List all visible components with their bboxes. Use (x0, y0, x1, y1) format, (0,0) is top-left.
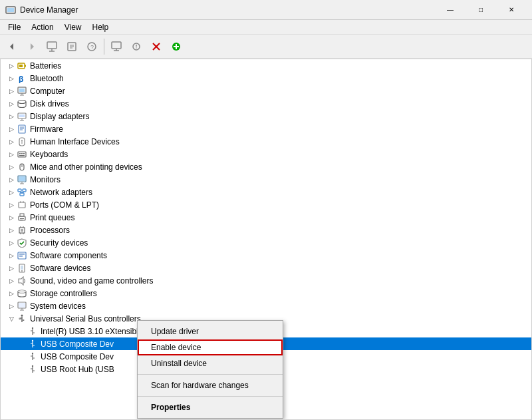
label-keyboards: Keyboards (30, 150, 68, 159)
titlebar: Device Manager — □ ✕ (0, 0, 532, 20)
label-network: Network adapters (30, 188, 92, 197)
svg-point-19 (136, 47, 137, 49)
svg-text:β: β (19, 75, 23, 83)
expand-computer[interactable]: ▷ (6, 86, 17, 97)
close-button[interactable]: ✕ (496, 0, 527, 20)
back-button[interactable] (3, 37, 21, 56)
device-tree[interactable]: ▷ Batteries ▷ β Bluetooth ▷ Computer ▷ (0, 59, 532, 420)
forward-button[interactable] (23, 37, 41, 56)
expand-batteries[interactable]: ▷ (6, 61, 17, 71)
tree-item-firmware[interactable]: ▷ Firmware (1, 122, 531, 135)
svg-marker-3 (10, 43, 13, 50)
menu-file[interactable]: File (3, 21, 26, 33)
svg-point-79 (21, 270, 23, 272)
expand-print-queues[interactable]: ▷ (6, 212, 17, 223)
up-button[interactable] (43, 37, 61, 56)
expand-keyboards[interactable]: ▷ (6, 149, 17, 160)
svg-point-93 (32, 327, 33, 328)
add-button[interactable] (167, 37, 186, 56)
menu-action[interactable]: Action (26, 21, 59, 33)
tree-item-display-adapters[interactable]: ▷ Display adapters (1, 110, 531, 122)
tree-item-ports[interactable]: ▷ Ports (COM & LPT) (1, 198, 531, 211)
tree-item-security[interactable]: ▷ Security devices (1, 236, 531, 249)
expand-processors[interactable]: ▷ (6, 225, 17, 236)
expand-monitors[interactable]: ▷ (6, 174, 17, 185)
tree-item-monitors[interactable]: ▷ Monitors (1, 173, 531, 186)
label-batteries: Batteries (30, 61, 61, 71)
context-scan-hardware[interactable]: Scan for hardware changes (138, 377, 283, 393)
icon-computer (17, 86, 27, 97)
icon-processors (17, 225, 27, 236)
tree-item-bluetooth[interactable]: ▷ β Bluetooth (1, 72, 531, 85)
tree-item-computer[interactable]: ▷ Computer (1, 85, 531, 97)
expand-mice[interactable]: ▷ (6, 162, 17, 172)
label-usb-composite-2: USB Composite Dev (41, 352, 114, 361)
svg-rect-45 (18, 152, 26, 157)
context-enable-device[interactable]: Enable device (138, 339, 283, 355)
context-uninstall-device[interactable]: Uninstall device (138, 355, 283, 371)
svg-point-82 (18, 290, 26, 293)
icon-intel-usb (27, 326, 38, 337)
context-properties[interactable]: Properties (138, 399, 283, 415)
expand-firmware[interactable]: ▷ (6, 124, 17, 134)
svg-rect-49 (19, 155, 25, 156)
context-update-driver[interactable]: Update driver (138, 323, 283, 339)
menu-help[interactable]: Help (87, 21, 114, 33)
expand-system[interactable]: ▷ (6, 301, 17, 312)
expand-security[interactable]: ▷ (6, 238, 17, 248)
properties-button[interactable] (63, 37, 81, 56)
tree-item-software-components[interactable]: ▷ Software components (1, 249, 531, 262)
svg-point-87 (21, 314, 23, 316)
svg-rect-61 (19, 202, 25, 208)
tree-item-batteries[interactable]: ▷ Batteries (1, 59, 531, 72)
tree-item-storage[interactable]: ▷ Storage controllers (1, 287, 531, 300)
svg-rect-14 (112, 42, 121, 49)
maximize-button[interactable]: □ (466, 0, 496, 20)
svg-rect-78 (21, 266, 23, 270)
svg-rect-67 (20, 220, 23, 220)
expand-usb[interactable]: ▽ (6, 314, 17, 324)
svg-rect-91 (19, 318, 21, 319)
tree-item-network[interactable]: ▷ Network adapters (1, 186, 531, 198)
tree-item-mice[interactable]: ▷ Mice and other pointing devices (1, 160, 531, 173)
expand-network[interactable]: ▷ (6, 187, 17, 198)
remove-button[interactable] (147, 37, 166, 56)
label-usb: Universal Serial Bus controllers (30, 314, 141, 323)
tree-item-software-devices[interactable]: ▷ Software devices (1, 262, 531, 274)
tree-item-print-queues[interactable]: ▷ Print queues (1, 211, 531, 224)
svg-rect-38 (19, 125, 25, 133)
icon-sound (17, 276, 27, 286)
menu-view[interactable]: View (59, 21, 87, 33)
label-mice: Mice and other pointing devices (30, 162, 142, 172)
expand-storage[interactable]: ▷ (6, 288, 17, 299)
expand-software-devices[interactable]: ▷ (6, 263, 17, 274)
tree-item-system[interactable]: ▷ System devices (1, 300, 531, 312)
help-button[interactable]: ? (82, 37, 101, 56)
expand-hid[interactable]: ▷ (6, 136, 17, 147)
svg-point-97 (32, 339, 33, 341)
svg-text:?: ? (90, 44, 94, 51)
svg-marker-80 (19, 277, 23, 285)
icon-ports (17, 200, 27, 210)
icon-network (17, 187, 27, 198)
icon-storage (17, 288, 27, 299)
scan-button[interactable] (127, 37, 146, 56)
tree-item-disk-drives[interactable]: ▷ Disk drives (1, 97, 531, 110)
expand-software-components[interactable]: ▷ (6, 250, 17, 261)
icon-usb-composite-1 (27, 339, 38, 349)
minimize-button[interactable]: — (435, 0, 466, 20)
tree-item-sound[interactable]: ▷ Sound, video and game controllers (1, 274, 531, 287)
icon-display-adapters (17, 111, 27, 122)
expand-sound[interactable]: ▷ (6, 276, 17, 286)
svg-point-33 (18, 100, 26, 103)
tree-item-hid[interactable]: ▷ Human Interface Devices (1, 135, 531, 148)
expand-ports[interactable]: ▷ (6, 200, 17, 210)
icon-print-queues (17, 212, 27, 223)
expand-bluetooth[interactable]: ▷ (6, 73, 17, 84)
expand-disk-drives[interactable]: ▷ (6, 99, 17, 109)
tree-item-keyboards[interactable]: ▷ Keyboards (1, 148, 531, 160)
menubar: File Action View Help (0, 20, 532, 35)
expand-display-adapters[interactable]: ▷ (6, 111, 17, 122)
tree-item-processors[interactable]: ▷ Processors (1, 224, 531, 236)
computer-button[interactable] (107, 37, 126, 56)
